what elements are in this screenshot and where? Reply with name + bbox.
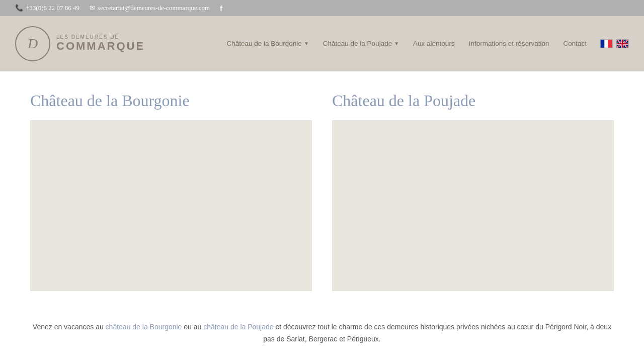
main-nav: Château de la Bourgonie ▼ Château de la … [222,36,629,51]
poujade-image [332,120,614,291]
nav-item-bourgonie[interactable]: Château de la Bourgonie ▼ [222,36,314,51]
footer-text-before-link1: Venez en vacances au [33,323,106,331]
footer-paragraph: Venez en vacances au château de la Bourg… [30,321,614,345]
nav-item-poujade[interactable]: Château de la Poujade ▼ [318,36,404,51]
footer-description: Venez en vacances au château de la Bourg… [0,311,644,360]
header: D Les Demeures de COMMARQUE Château de l… [0,16,644,71]
phone-item: 📞 +33(0)6 22 07 86 49 [15,4,79,12]
nav-item-reservation[interactable]: Informations et réservation [464,36,554,51]
nav-label-bourgonie: Château de la Bourgonie [227,40,302,47]
phone-number: +33(0)6 22 07 86 49 [26,4,79,12]
email-item[interactable]: ✉ secretariat@demeures-de-commarque.com [90,4,210,12]
logo-text: Les Demeures de COMMARQUE [56,34,145,53]
flag-fr[interactable] [600,39,613,48]
footer-text-between: ou au [182,323,203,331]
phone-icon: 📞 [15,4,23,12]
logo-text-bottom: COMMARQUE [56,40,145,53]
email-icon: ✉ [90,4,95,12]
footer-link-poujade[interactable]: château de la Poujade [203,323,273,331]
email-link[interactable]: secretariat@demeures-de-commarque.com [98,4,210,12]
nav-label-contact: Contact [563,40,587,47]
facebook-item[interactable]: f [220,4,222,13]
col-bourgonie: Château de la Bourgonie [30,92,312,291]
chevron-down-icon: ▼ [304,41,309,46]
nav-item-alentours[interactable]: Aux alentours [408,36,460,51]
facebook-icon: f [220,4,222,13]
svg-rect-2 [608,40,612,48]
topbar: 📞 +33(0)6 22 07 86 49 ✉ secretariat@deme… [0,0,644,16]
poujade-title: Château de la Poujade [332,92,614,110]
bourgonie-title: Château de la Bourgonie [30,92,312,110]
svg-rect-1 [604,40,608,48]
main-content: Château de la Bourgonie Château de la Po… [0,71,644,311]
logo-text-top: Les Demeures de [56,34,145,40]
bourgonie-image [30,120,312,291]
nav-label-reservation: Informations et réservation [469,40,549,47]
svg-rect-0 [600,40,604,48]
nav-label-poujade: Château de la Poujade [323,40,392,47]
footer-link-bourgonie[interactable]: château de la Bourgonie [106,323,182,331]
chevron-down-icon: ▼ [394,41,399,46]
two-column-layout: Château de la Bourgonie Château de la Po… [30,92,614,291]
logo-circle: D [15,26,50,61]
logo[interactable]: D Les Demeures de COMMARQUE [15,26,145,61]
footer-text-after: et découvrez tout le charme de ces demeu… [263,323,611,343]
col-poujade: Château de la Poujade [332,92,614,291]
flag-uk[interactable] [616,39,629,48]
nav-label-alentours: Aux alentours [413,40,455,47]
nav-item-contact[interactable]: Contact [558,36,592,51]
logo-letter: D [28,36,38,52]
language-switcher [600,39,629,48]
